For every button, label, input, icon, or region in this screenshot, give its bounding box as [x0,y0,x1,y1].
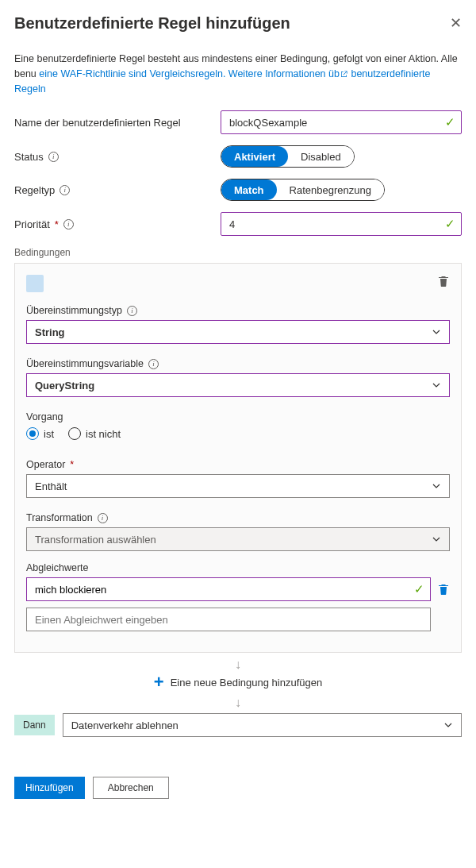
page-title: Benutzerdefinierte Regel hinzufügen [14,14,290,33]
required-asterisk: * [55,218,59,230]
condition-card: Übereinstimmungstyp i String Übereinstim… [14,263,462,653]
transformation-label: Transformation [26,512,93,523]
match-variable-select[interactable]: QueryString [26,373,450,397]
info-icon[interactable]: i [48,152,59,162]
match-type-select[interactable]: String [26,320,450,344]
check-icon: ✓ [414,582,424,596]
status-toggle[interactable]: Aktiviert Disabled [221,145,355,168]
operation-isnot-label: ist nicht [86,428,121,440]
matchvalue-input-1[interactable] [26,577,431,601]
add-condition-label: Eine neue Bedingung hinzufügen [171,677,323,689]
status-enabled-option[interactable]: Aktiviert [221,146,288,167]
priority-label: Priorität [14,218,50,230]
chevron-down-icon [443,720,453,730]
conditions-section-label: Bedingungen [14,247,462,258]
arrow-down-icon: ↓ [14,696,462,710]
then-badge: Dann [14,715,55,735]
chevron-down-icon [432,481,441,491]
operator-value: Enthält [35,480,67,492]
then-action-value: Datenverkehr ablehnen [71,719,178,731]
transformation-select[interactable]: Transformation auswählen [26,527,450,551]
match-variable-value: QueryString [35,380,94,392]
operation-is-label: ist [44,428,54,440]
plus-icon: + [154,673,164,691]
add-button[interactable]: Hinzufügen [14,777,85,799]
intro-text: Eine benutzerdefinierte Regel besteht au… [14,52,462,96]
ruletype-toggle[interactable]: Match Ratenbegrenzung [221,179,385,201]
rule-name-input[interactable] [221,110,462,134]
close-icon[interactable]: ✕ [450,14,462,32]
match-type-value: String [35,326,65,338]
chevron-down-icon [432,380,441,390]
info-icon[interactable]: i [148,359,159,369]
matchvalue-input-new[interactable] [26,608,431,631]
required-asterisk: * [70,459,74,470]
cancel-button[interactable]: Abbrechen [93,777,169,799]
operation-is-radio[interactable]: ist [26,427,54,440]
check-icon: ✓ [445,217,455,231]
info-icon[interactable]: i [60,185,70,195]
priority-input[interactable] [221,212,462,236]
match-type-label: Übereinstimmungstyp [26,305,122,316]
delete-matchvalue-button[interactable] [437,583,450,596]
intro-link-1[interactable]: eine WAF-Richtlinie sind Vergleichsregel… [39,68,340,79]
arrow-down-icon: ↓ [14,658,462,672]
chevron-down-icon [432,327,441,337]
status-disabled-option[interactable]: Disabled [288,146,354,167]
ruletype-rate-option[interactable]: Ratenbegrenzung [277,179,384,200]
add-condition-button[interactable]: + Eine neue Bedingung hinzufügen [14,673,462,691]
operator-select[interactable]: Enthält [26,474,450,498]
operation-label: Vorgang [26,411,450,422]
matchvalues-label: Abgleichwerte [26,562,450,573]
check-icon: ✓ [445,115,455,129]
then-action-select[interactable]: Datenverkehr ablehnen [63,713,462,737]
operation-isnot-radio[interactable]: ist nicht [68,427,121,440]
external-link-icon [340,70,348,79]
operator-label: Operator [26,459,65,470]
status-label: Status [14,151,44,163]
ruletype-match-option[interactable]: Match [221,179,277,200]
info-icon[interactable]: i [98,513,108,523]
info-icon[interactable]: i [127,306,137,316]
match-variable-label: Übereinstimmungsvariable [26,358,144,369]
transformation-placeholder: Transformation auswählen [35,534,156,546]
rule-name-label: Name der benutzerdefinierten Regel [14,117,221,129]
condition-badge [26,275,44,292]
ruletype-label: Regeltyp [14,184,55,196]
chevron-down-icon [432,534,441,544]
delete-condition-button[interactable] [437,275,450,287]
info-icon[interactable]: i [63,219,74,230]
